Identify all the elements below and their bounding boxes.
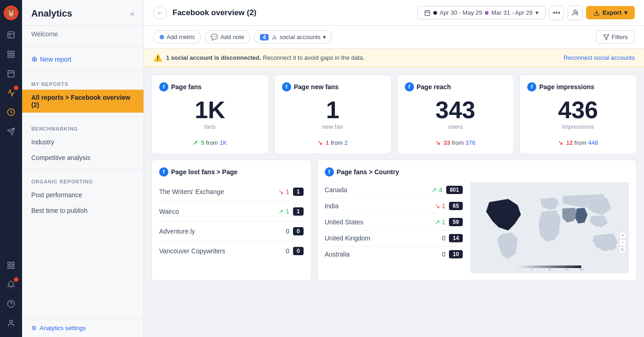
nav-profile[interactable] bbox=[3, 315, 19, 331]
lost-fans-stats-1: ↗ 1 1 bbox=[278, 207, 303, 216]
country-stats-2: ↗ 1 59 bbox=[435, 218, 463, 226]
sidebar-my-reports-label: MY REPORTS bbox=[22, 76, 144, 90]
fans-prev-value: 1K bbox=[219, 139, 227, 146]
nav-help[interactable] bbox=[3, 296, 19, 312]
lost-fans-name-2: Adventure.ly bbox=[159, 228, 286, 235]
add-user-button[interactable] bbox=[568, 6, 582, 20]
lost-fans-name-1: Wairco bbox=[159, 208, 278, 215]
card-page-fans-header: f Page fans bbox=[159, 82, 261, 91]
svg-text:5: 5 bbox=[531, 268, 533, 271]
bottom-row: f Page lost fans > Page The Writers' Exc… bbox=[151, 160, 637, 280]
map-controls[interactable]: + − ↻ bbox=[619, 232, 626, 253]
date-dot-prev bbox=[485, 11, 489, 15]
country-card-body: Canada ↗ 4 801 India ↘ 1 65 bbox=[325, 182, 629, 273]
app-logo: 🦉 bbox=[4, 6, 18, 20]
analytics-settings-link[interactable]: ⚙ Analytics settings bbox=[31, 325, 134, 331]
metrics-row: f Page fans 1K fans 5 from 1K f Page new… bbox=[151, 74, 637, 154]
reconnect-link[interactable]: Reconnect social accounts bbox=[564, 54, 635, 61]
nav-calendar[interactable] bbox=[3, 65, 19, 82]
table-row: The Writers' Exchange ↘ 1 1 bbox=[159, 182, 304, 202]
svg-point-18 bbox=[10, 320, 12, 323]
country-stats-1: ↘ 1 65 bbox=[435, 202, 463, 210]
nav-notifications[interactable] bbox=[3, 276, 19, 293]
facebook-icon-lost: f bbox=[159, 167, 168, 177]
filters-button[interactable]: Filters bbox=[596, 30, 635, 44]
table-row: Adventure.ly 0 0 bbox=[159, 222, 304, 241]
svg-text:801: 801 bbox=[580, 268, 584, 271]
back-button[interactable]: ← bbox=[153, 6, 167, 20]
country-stats-4: 0 10 bbox=[442, 250, 463, 258]
country-badge-4: 10 bbox=[449, 250, 462, 258]
svg-rect-19 bbox=[425, 11, 430, 15]
export-icon bbox=[593, 10, 600, 16]
lost-fans-change-2: 0 bbox=[286, 228, 289, 235]
country-name-1: India bbox=[325, 202, 435, 210]
lost-fans-stats-0: ↘ 1 1 bbox=[278, 188, 303, 196]
add-metric-button[interactable]: ⊕ Add metric bbox=[153, 30, 201, 44]
chevron-down-icon: ▾ bbox=[535, 9, 539, 16]
lost-fans-change-0: ↘ 1 bbox=[278, 188, 289, 195]
sidebar-item-industry[interactable]: Industry bbox=[22, 134, 144, 150]
date-dot-current bbox=[433, 11, 437, 15]
add-note-button[interactable]: 💬 Add note bbox=[205, 30, 250, 44]
nav-grid[interactable] bbox=[3, 257, 19, 274]
sidebar-new-report-button[interactable]: ⊕ New report bbox=[22, 50, 144, 68]
list-item: United Kingdom 0 14 bbox=[325, 230, 463, 246]
nav-compose[interactable] bbox=[3, 27, 19, 43]
new-fans-change-num: 1 bbox=[326, 139, 329, 146]
svg-point-23 bbox=[574, 10, 576, 12]
social-count-badge: 4 bbox=[260, 34, 269, 40]
sidebar-header: Analytics « bbox=[22, 0, 144, 26]
export-button[interactable]: Export ▾ bbox=[586, 6, 635, 19]
page-impressions-unit: impressions bbox=[527, 123, 629, 130]
page-reach-value: 343 bbox=[405, 97, 506, 123]
facebook-icon-fans: f bbox=[159, 82, 168, 91]
facebook-icon-reach: f bbox=[405, 82, 414, 91]
page-new-fans-change: 1 from 2 bbox=[282, 139, 384, 146]
svg-rect-7 bbox=[8, 71, 14, 77]
country-change-2: ↗ 1 bbox=[435, 218, 446, 226]
lost-fans-list: The Writers' Exchange ↘ 1 1 Wairco ↗ 1 1 bbox=[159, 182, 304, 261]
sidebar-item-post-performance[interactable]: Post performance bbox=[22, 187, 144, 203]
social-accounts-button[interactable]: 4 social accounts ▾ bbox=[254, 30, 332, 44]
fans-change-num: 5 bbox=[201, 139, 204, 146]
date-range-current-text: Apr 30 - May 29 bbox=[440, 9, 483, 16]
nav-dashboard[interactable] bbox=[3, 46, 19, 63]
page-impressions-value: 436 bbox=[527, 97, 629, 123]
settings-icon: ⚙ bbox=[31, 325, 37, 331]
main-content: ← Facebook overview (2) Apr 30 - May 29 … bbox=[144, 0, 644, 337]
export-chevron-icon: ▾ bbox=[624, 9, 627, 16]
date-range-current[interactable]: Apr 30 - May 29 Mar 31 - Apr 29 ▾ bbox=[417, 6, 546, 19]
sidebar-collapse-button[interactable]: « bbox=[130, 10, 134, 18]
country-badge-1: 65 bbox=[449, 202, 462, 210]
sidebar-item-competitive[interactable]: Competitive analysis bbox=[22, 150, 144, 166]
nav-analytics[interactable] bbox=[3, 85, 19, 101]
page-fans-unit: fans bbox=[159, 123, 261, 130]
card-country-fans: f Page fans > Country Canada ↗ 4 801 bbox=[317, 160, 637, 280]
new-fans-prev-value: 2 bbox=[345, 139, 348, 146]
facebook-icon-new-fans: f bbox=[282, 82, 291, 91]
lost-fans-stats-2: 0 0 bbox=[286, 227, 303, 235]
sidebar-organic-label: ORGANIC REPORTING bbox=[22, 173, 144, 187]
lost-fans-badge-0: 1 bbox=[293, 188, 304, 196]
topbar: ← Facebook overview (2) Apr 30 - May 29 … bbox=[144, 0, 644, 26]
toolbar: ⊕ Add metric 💬 Add note 4 social account… bbox=[144, 26, 644, 49]
sidebar-item-best-time[interactable]: Best time to publish bbox=[22, 203, 144, 218]
more-options-button[interactable]: ••• bbox=[549, 6, 564, 20]
card-page-impressions: f Page impressions 436 impressions 12 fr… bbox=[519, 74, 637, 154]
svg-rect-15 bbox=[12, 266, 14, 268]
svg-rect-3 bbox=[8, 51, 10, 53]
country-badge-3: 14 bbox=[449, 234, 462, 242]
nav-reports[interactable] bbox=[3, 104, 19, 120]
lost-fans-name-0: The Writers' Exchange bbox=[159, 188, 278, 195]
sidebar-item-welcome[interactable]: Welcome bbox=[22, 26, 144, 42]
sidebar-item-active-report[interactable]: All reports > Facebook overview (2) bbox=[22, 90, 144, 113]
note-icon: 💬 bbox=[211, 34, 218, 40]
list-item: Canada ↗ 4 801 bbox=[325, 182, 463, 198]
lost-fans-badge-3: 0 bbox=[293, 247, 304, 255]
svg-rect-0 bbox=[8, 32, 14, 38]
card-page-fans: f Page fans 1K fans 5 from 1K bbox=[151, 74, 269, 154]
nav-campaigns[interactable] bbox=[3, 123, 19, 140]
svg-text:151: 151 bbox=[565, 268, 569, 271]
lost-fans-badge-1: 1 bbox=[293, 207, 304, 216]
